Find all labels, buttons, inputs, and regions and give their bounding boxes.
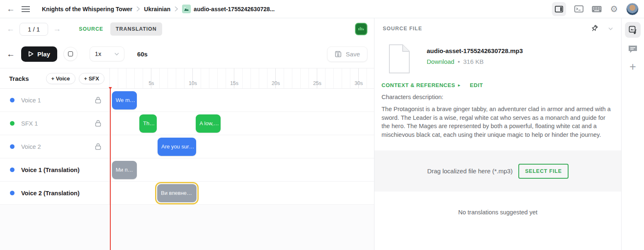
timeline-duration: 60s <box>137 51 148 58</box>
track-lane[interactable]: We m… <box>110 89 374 112</box>
breadcrumb-asset[interactable]: audio-asset-1755242630728... <box>194 6 275 12</box>
file-section: audio-asset-1755242630728.mp3 Download •… <box>374 39 621 76</box>
playback-speed-select[interactable]: 1x <box>90 46 124 61</box>
track-rows: Voice 1We m…SFX 1Th…A low,…Voice 2Are yo… <box>0 89 374 205</box>
settings-gear-icon[interactable]: ⚙ <box>610 4 618 14</box>
track-lane[interactable]: Th…A low,… <box>110 112 374 135</box>
context-arrow-icon: ▸ <box>458 83 461 88</box>
audio-clip[interactable]: Are you sur… <box>158 138 196 156</box>
track-lane[interactable]: Ми п… <box>110 158 374 181</box>
track-row: Voice 2Are you sur… <box>0 135 374 158</box>
user-avatar[interactable] <box>626 3 639 15</box>
chevron-down-icon <box>114 53 119 56</box>
select-file-button[interactable]: SELECT FILE <box>518 164 569 179</box>
tracks-header: Tracks + Voice + SFX 5s10s15s20s25s30s <box>0 68 374 89</box>
speed-value: 1x <box>95 51 101 57</box>
breadcrumb-project[interactable]: Knights of the Whispering Tower <box>42 6 132 12</box>
track-name: SFX 1 <box>21 120 38 127</box>
ruler-label: 20s <box>272 80 280 86</box>
playhead[interactable] <box>110 87 111 250</box>
add-voice-button[interactable]: + Voice <box>46 73 75 84</box>
comments-icon[interactable] <box>628 45 638 54</box>
chevron-right-icon <box>136 6 140 12</box>
keyboard-icon[interactable] <box>592 6 602 12</box>
save-icon <box>335 51 342 58</box>
add-panel-icon[interactable]: + <box>629 61 636 73</box>
track-name: Voice 2 (Translation) <box>21 190 80 197</box>
audio-clip[interactable]: Ми п… <box>112 161 137 179</box>
page-next-icon[interactable]: → <box>53 24 61 34</box>
play-button[interactable]: Play <box>21 46 57 62</box>
ruler-label: 25s <box>313 80 321 86</box>
transport-toolbar: ← Play 1x 60s Save <box>0 40 374 68</box>
media-audio-panel-button[interactable] <box>625 22 641 38</box>
ruler-label: 5s <box>148 80 154 86</box>
toggle-right-panel-button[interactable] <box>552 2 566 16</box>
localized-file-dropzone[interactable]: Drag localized file here (*.mp3) SELECT … <box>374 150 621 192</box>
stop-button[interactable] <box>63 47 78 61</box>
pin-icon[interactable] <box>591 25 598 33</box>
track-header[interactable]: SFX 1 <box>0 112 110 135</box>
track-row: Voice 1We m… <box>0 89 374 112</box>
tracks-title: Tracks <box>9 75 29 82</box>
track-header[interactable]: Voice 1 (Translation) <box>0 158 110 181</box>
topbar-actions: ⚙ <box>552 2 639 16</box>
characters-description-label: Characters description: <box>382 94 613 100</box>
context-section: CONTEXT & REFERENCES ▸ EDIT Characters d… <box>374 76 621 139</box>
tab-translation[interactable]: TRANSLATION <box>110 22 162 36</box>
file-document-icon <box>388 44 411 74</box>
add-sfx-button[interactable]: + SFX <box>79 73 105 84</box>
lock-icon[interactable] <box>95 97 101 104</box>
track-row: SFX 1Th…A low,… <box>0 112 374 135</box>
tracks-footer <box>0 205 374 250</box>
file-name: audio-asset-1755242630728.mp3 <box>427 47 523 54</box>
track-header[interactable]: Voice 2 <box>0 135 110 158</box>
audio-clip[interactable]: A low,… <box>196 114 221 133</box>
editor-back-icon[interactable]: ← <box>7 49 15 59</box>
track-name: Voice 1 <box>21 97 41 104</box>
track-lane[interactable]: Ви впевне… <box>110 182 374 204</box>
characters-description-text: The Protagonist is a brave ginger tabby,… <box>382 105 613 139</box>
top-bar: ← Knights of the Whispering Tower Ukrain… <box>0 0 644 18</box>
timeline-ruler[interactable]: 5s10s15s20s25s30s <box>110 68 374 88</box>
ruler-label: 10s <box>189 80 197 86</box>
save-button[interactable]: Save <box>327 46 367 62</box>
terminal-icon[interactable] <box>574 5 583 12</box>
track-lane[interactable]: Are you sur… <box>110 135 374 158</box>
tracks-header-left: Tracks + Voice + SFX <box>0 68 110 88</box>
lock-icon[interactable] <box>95 143 101 150</box>
track-color-dot <box>10 191 15 195</box>
ruler-label: 30s <box>355 80 363 86</box>
collapse-chevron-icon[interactable] <box>608 27 613 30</box>
source-file-panel: SOURCE FILE audio-asset-1755242630728.mp… <box>374 18 621 250</box>
hamburger-menu-icon[interactable] <box>19 6 32 12</box>
file-size: 316 KB <box>463 58 484 65</box>
page-toolbar: ← 1 / 1 → SOURCE TRANSLATION <box>0 18 374 40</box>
breadcrumb-language[interactable]: Ukrainian <box>144 6 170 12</box>
right-rail: + <box>621 18 644 250</box>
audio-clip[interactable]: Th… <box>139 114 157 133</box>
back-icon[interactable]: ← <box>5 4 16 14</box>
track-name: Voice 1 (Translation) <box>21 167 80 173</box>
translations-empty-state: No translations suggested yet <box>374 209 621 216</box>
breadcrumb: Knights of the Whispering Tower Ukrainia… <box>42 5 275 13</box>
save-label: Save <box>346 51 360 58</box>
chevron-right-icon <box>175 6 178 12</box>
edit-context-button[interactable]: EDIT <box>470 82 483 88</box>
audio-clip[interactable]: Ви впевне… <box>157 184 197 202</box>
play-label: Play <box>37 51 50 58</box>
main-area: ← 1 / 1 → SOURCE TRANSLATION ← Play 1x 6… <box>0 18 644 250</box>
play-icon <box>28 51 34 57</box>
tab-source[interactable]: SOURCE <box>73 22 109 36</box>
audio-clip[interactable]: We m… <box>112 91 137 109</box>
track-row: Voice 2 (Translation)Ви впевне… <box>0 182 374 205</box>
track-name: Voice 2 <box>21 143 41 150</box>
asset-thumbnail-icon[interactable] <box>355 23 367 35</box>
track-color-dot <box>10 98 15 102</box>
page-prev-icon[interactable]: ← <box>7 24 15 34</box>
lock-icon[interactable] <box>95 120 101 127</box>
context-references-toggle[interactable]: CONTEXT & REFERENCES <box>382 82 455 88</box>
track-header[interactable]: Voice 2 (Translation) <box>0 182 110 204</box>
track-header[interactable]: Voice 1 <box>0 89 110 112</box>
download-link[interactable]: Download <box>427 58 454 65</box>
